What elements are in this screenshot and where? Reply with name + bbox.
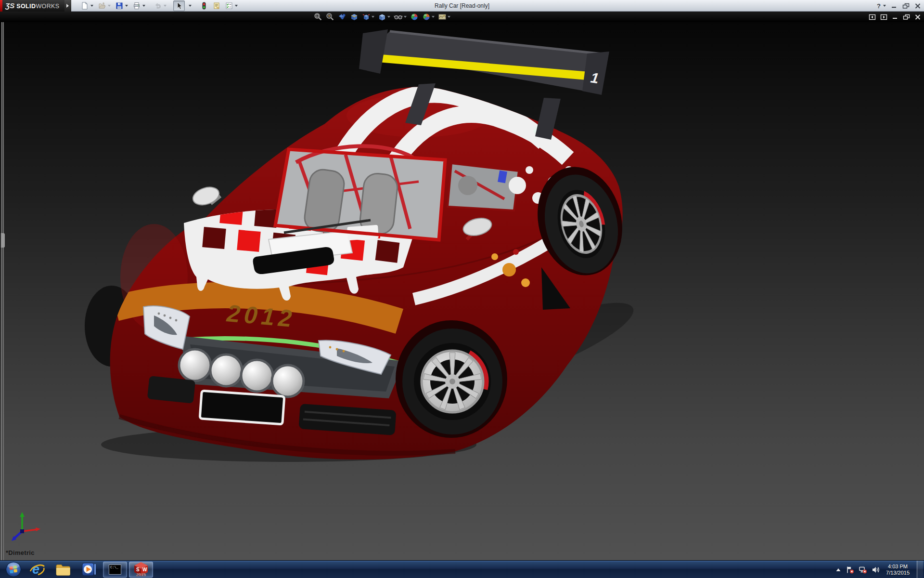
edit-appearance-button[interactable]: [410, 13, 419, 21]
restore-button[interactable]: [902, 3, 910, 9]
show-desktop-button[interactable]: [917, 561, 923, 578]
pane-toggle-right-button[interactable]: [880, 14, 887, 20]
undo-icon: [154, 2, 162, 10]
file-properties-icon: [213, 2, 220, 10]
view-orientation-icon: [362, 13, 371, 21]
doc-minimize-icon: [892, 14, 898, 20]
taskbar-internet-explorer[interactable]: e: [25, 562, 49, 578]
section-view-button[interactable]: [350, 13, 359, 21]
command-prompt-icon: C:\_: [109, 565, 121, 575]
pane-toggle-left-button[interactable]: [869, 14, 876, 20]
network-status-icon[interactable]: [859, 566, 867, 574]
view-settings-button[interactable]: [438, 13, 450, 21]
previous-view-button[interactable]: [338, 13, 346, 21]
doc-restore-button[interactable]: [903, 14, 910, 20]
rebuild-button[interactable]: [198, 0, 210, 11]
file-properties-button[interactable]: [211, 0, 222, 11]
action-center-icon[interactable]: [846, 566, 854, 574]
save-dropdown-arrow[interactable]: [125, 5, 128, 7]
mirror-left[interactable]: [191, 184, 221, 208]
view-settings-icon: [438, 13, 447, 21]
clock-date: 7/13/2015: [886, 570, 910, 576]
car-model[interactable]: 2012: [82, 26, 635, 465]
hide-show-dropdown-arrow[interactable]: [404, 16, 407, 18]
doc-minimize-button[interactable]: [892, 14, 898, 20]
expander-arrow-icon: [66, 4, 69, 8]
select-dropdown-button[interactable]: [186, 0, 193, 11]
help-button[interactable]: ?: [877, 2, 886, 10]
menu-expander-button[interactable]: [64, 0, 71, 12]
apply-scene-button[interactable]: [422, 13, 435, 21]
document-window-controls: [869, 12, 921, 22]
print-icon: [133, 2, 141, 10]
undo-dropdown-arrow[interactable]: [164, 5, 167, 7]
apply-scene-dropdown-arrow[interactable]: [432, 16, 435, 18]
rally-light-2[interactable]: [210, 355, 242, 386]
edit-appearance-icon: [410, 13, 419, 21]
display-style-button[interactable]: [378, 13, 390, 21]
open-document-icon: [98, 2, 106, 10]
help-dropdown-arrow: [883, 5, 886, 7]
volume-icon[interactable]: [872, 566, 880, 574]
panel-splitter[interactable]: [1, 22, 4, 560]
graphics-area[interactable]: 2012: [0, 22, 924, 560]
media-player-icon: [81, 562, 97, 577]
side-window[interactable]: [448, 163, 519, 210]
view-orientation-button[interactable]: [362, 13, 374, 21]
new-document-button[interactable]: [79, 0, 95, 11]
zoom-to-area-icon: [326, 13, 334, 21]
open-dropdown-arrow[interactable]: [108, 5, 111, 7]
minimize-button[interactable]: [891, 3, 898, 9]
taskbar: e C:\_: [0, 560, 924, 578]
select-tool-button[interactable]: [173, 0, 185, 11]
zoom-to-area-button[interactable]: [326, 13, 334, 21]
orientation-label: *Dimetric: [6, 549, 35, 556]
rally-light-4[interactable]: [272, 365, 304, 397]
save-button[interactable]: [114, 0, 130, 11]
main-toolbar: [79, 0, 240, 11]
taskbar-media-player[interactable]: [77, 562, 101, 578]
svg-text:S: S: [136, 567, 140, 572]
close-icon: [914, 3, 921, 9]
pane-toggle-right-icon: [880, 14, 887, 20]
zoom-to-fit-icon: [314, 13, 322, 21]
zoom-to-fit-button[interactable]: [314, 13, 322, 21]
front-right-wheel[interactable]: [396, 320, 507, 438]
panel-collapse-handle[interactable]: [1, 233, 5, 248]
start-button[interactable]: [3, 561, 24, 578]
view-settings-dropdown-arrow[interactable]: [448, 16, 450, 18]
open-document-button[interactable]: [96, 0, 113, 11]
new-dropdown-arrow[interactable]: [90, 5, 93, 7]
show-hidden-icons-button[interactable]: [835, 567, 842, 572]
hide-show-items-button[interactable]: [394, 13, 407, 21]
view-orientation-dropdown-arrow[interactable]: [372, 16, 374, 18]
brand-text-light: WORKS: [36, 3, 59, 10]
close-button[interactable]: [914, 3, 921, 9]
windshield[interactable]: [275, 146, 445, 240]
print-dropdown-arrow[interactable]: [142, 5, 145, 7]
windows-start-icon: [5, 561, 22, 578]
rally-light-1[interactable]: [179, 349, 211, 381]
license-plate[interactable]: [200, 391, 284, 424]
options-dropdown-arrow[interactable]: [235, 5, 238, 7]
taskbar-solidworks[interactable]: S W 2015: [129, 562, 153, 578]
display-style-icon: [378, 13, 386, 21]
options-button[interactable]: [223, 0, 240, 11]
print-button[interactable]: [131, 0, 147, 11]
rally-light-3[interactable]: [241, 360, 273, 392]
apply-scene-icon: [422, 13, 431, 21]
screen: ƷS SOLIDWORKS: [0, 0, 924, 578]
taskbar-clock[interactable]: 4:03 PM 7/13/2015: [886, 564, 910, 576]
doc-restore-icon: [903, 14, 910, 20]
solidworks-2015-icon: S W 2015: [133, 562, 149, 577]
folder-icon: [55, 562, 71, 577]
save-icon: [116, 2, 123, 10]
speaker-icon: [872, 566, 880, 574]
taskbar-windows-explorer[interactable]: [51, 562, 75, 578]
taskbar-command-prompt[interactable]: C:\_: [103, 562, 127, 578]
new-document-icon: [81, 2, 89, 10]
flag-icon: [846, 566, 854, 574]
doc-close-button[interactable]: [914, 14, 921, 20]
display-style-dropdown-arrow[interactable]: [387, 16, 390, 18]
undo-button[interactable]: [152, 0, 168, 11]
